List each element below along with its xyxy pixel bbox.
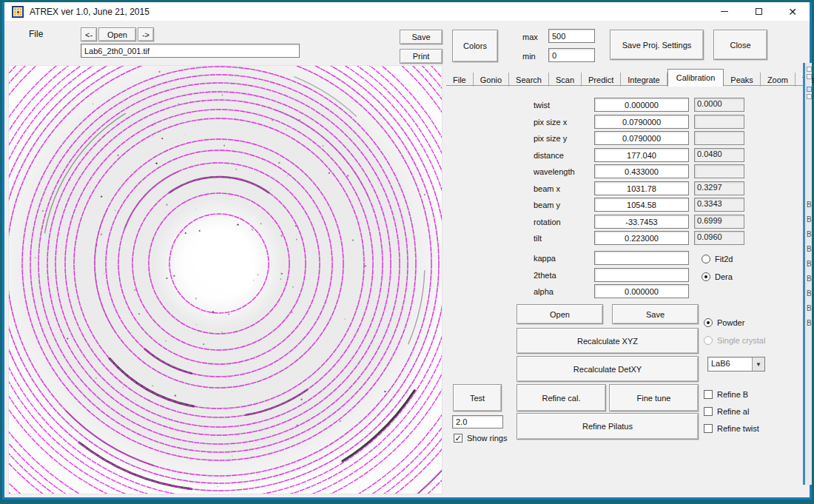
save-button[interactable]: Save — [400, 30, 443, 44]
minimize-icon — [721, 11, 728, 13]
background-window-item: B — [807, 201, 812, 209]
field-label-twist: twist — [534, 101, 550, 110]
background-window-button — [807, 87, 812, 92]
checkbox-refine-twist-box — [704, 424, 713, 433]
atrex-window: ATREX ver 1.0, June 21, 2015 ✕ File <- O… — [2, 2, 812, 500]
max-input[interactable] — [548, 29, 595, 43]
refine-pilatus-button[interactable]: Refine Pilatus — [517, 413, 699, 440]
radio-dera[interactable]: Dera — [702, 272, 733, 281]
tab-peaks[interactable]: Peaks — [724, 73, 761, 87]
close-window-button[interactable]: ✕ — [776, 2, 810, 21]
app-icon — [12, 6, 24, 18]
min-input[interactable] — [548, 48, 595, 62]
recalculate-xyz-button[interactable]: Recalculate XYZ — [517, 328, 699, 354]
tab-integrate[interactable]: Integrate — [621, 73, 667, 87]
field-input-kappa[interactable] — [594, 251, 689, 265]
field-sigma-rotation: 0.6999 — [694, 215, 744, 229]
tab-calibration[interactable]: Calibration — [667, 69, 724, 87]
background-window-item: B — [807, 289, 812, 298]
radio-powder-circle — [704, 318, 713, 327]
field-input-beam-x[interactable] — [594, 181, 689, 195]
material-dropdown[interactable]: LaB6 ▼ — [707, 357, 765, 372]
field-label-pix-size-x: pix size x — [534, 118, 567, 127]
tab-predict[interactable]: Predict — [582, 73, 621, 87]
chevron-down-icon[interactable]: ▼ — [752, 357, 764, 371]
field-input-distance[interactable] — [594, 148, 689, 162]
checkbox-refine-twist-label: Refine twist — [717, 424, 759, 433]
fine-tune-button[interactable]: Fine tune — [609, 384, 699, 411]
file-menu[interactable]: File — [24, 27, 47, 41]
checkbox-show-rings-label: Show rings — [467, 434, 507, 443]
radio-fit2d[interactable]: Fit2d — [702, 255, 733, 263]
field-sigma-pix-size-x — [694, 115, 744, 129]
tab-scan[interactable]: Scan — [549, 73, 582, 87]
field-sigma-wavelength — [694, 164, 744, 178]
background-window-item: B — [807, 304, 812, 312]
filename-input[interactable] — [81, 44, 300, 58]
field-input-pix-size-x[interactable] — [594, 115, 689, 129]
cal-save-button[interactable]: Save — [612, 304, 699, 324]
field-input-2theta[interactable] — [594, 268, 689, 282]
field-sigma-tilt: 0.0960 — [694, 231, 744, 245]
background-window-sliver: BBBBBBBBB — [803, 63, 812, 485]
window-title: ATREX ver 1.0, June 21, 2015 — [30, 7, 149, 17]
test-value-input[interactable] — [452, 415, 503, 429]
background-window-item: B — [807, 319, 812, 327]
tab-search[interactable]: Search — [509, 73, 549, 87]
print-button[interactable]: Print — [400, 49, 443, 64]
maximize-icon — [756, 8, 762, 15]
desktop: { "window": { "title": "ATREX ver 1.0, J… — [0, 0, 814, 504]
checkbox-refine-twist[interactable]: Refine twist — [704, 424, 759, 433]
material-dropdown-value: LaB6 — [708, 357, 752, 371]
tab-gonio[interactable]: Gonio — [474, 73, 509, 87]
diffraction-image[interactable] — [8, 65, 443, 494]
minimize-button[interactable] — [707, 2, 741, 21]
checkbox-show-rings[interactable]: ✓ Show rings — [454, 434, 507, 443]
field-input-beam-y[interactable] — [594, 198, 689, 212]
min-label: min — [522, 52, 536, 61]
cal-open-button[interactable]: Open — [517, 304, 603, 324]
prev-file-button[interactable]: <- — [81, 27, 97, 41]
background-window-button — [807, 67, 812, 72]
save-proj-settings-button[interactable]: Save Proj. Settings — [610, 30, 704, 60]
background-window-item: B — [807, 260, 812, 268]
test-button[interactable]: Test — [453, 384, 502, 411]
field-input-pix-size-y[interactable] — [594, 131, 689, 145]
field-label-kappa: kappa — [534, 254, 556, 263]
field-input-twist[interactable] — [594, 98, 689, 112]
field-input-tilt[interactable] — [594, 231, 689, 245]
close-button[interactable]: Close — [713, 30, 767, 60]
field-input-rotation[interactable] — [594, 215, 689, 229]
close-icon: ✕ — [788, 7, 797, 17]
field-sigma-twist: 0.0000 — [694, 98, 744, 112]
colors-button[interactable]: Colors — [452, 30, 498, 62]
radio-fit2d-label: Fit2d — [715, 255, 733, 263]
field-label-alpha: alpha — [534, 287, 554, 296]
maximize-button[interactable] — [741, 2, 776, 21]
checkbox-refine-b-label: Refine B — [717, 390, 748, 399]
radio-single-crystal: Single crystal — [704, 336, 765, 345]
refine-cal-button[interactable]: Refine cal. — [517, 384, 606, 411]
tab-strip: FileGonioSearchScanPredictIntegrateCalib… — [446, 69, 809, 86]
max-label: max — [522, 33, 538, 41]
tab-zoom[interactable]: Zoom — [761, 73, 796, 87]
field-input-alpha[interactable] — [594, 284, 689, 298]
radio-single-crystal-label: Single crystal — [717, 336, 765, 345]
radio-powder[interactable]: Powder — [704, 318, 744, 327]
field-label-2theta: 2theta — [534, 271, 556, 280]
field-label-wavelength: wavelength — [534, 167, 575, 176]
next-file-button[interactable]: -> — [138, 27, 154, 41]
background-window-item: B — [807, 275, 812, 283]
field-input-wavelength[interactable] — [594, 164, 689, 178]
radio-dera-circle — [702, 272, 710, 281]
field-sigma-beam-x: 0.3297 — [694, 181, 744, 195]
recalculate-detxy-button[interactable]: Recalculate DetXY — [517, 356, 699, 382]
tab-file[interactable]: File — [446, 73, 474, 87]
checkbox-refine-al: Refine al — [704, 407, 749, 416]
radio-dera-label: Dera — [715, 272, 733, 281]
field-label-beam-x: beam x — [534, 184, 560, 193]
background-window-item: B — [807, 230, 812, 238]
toolbar: File <- Open -> Save Print Colors max mi… — [4, 21, 810, 66]
open-file-button[interactable]: Open — [98, 27, 136, 41]
radio-fit2d-circle — [702, 255, 710, 263]
